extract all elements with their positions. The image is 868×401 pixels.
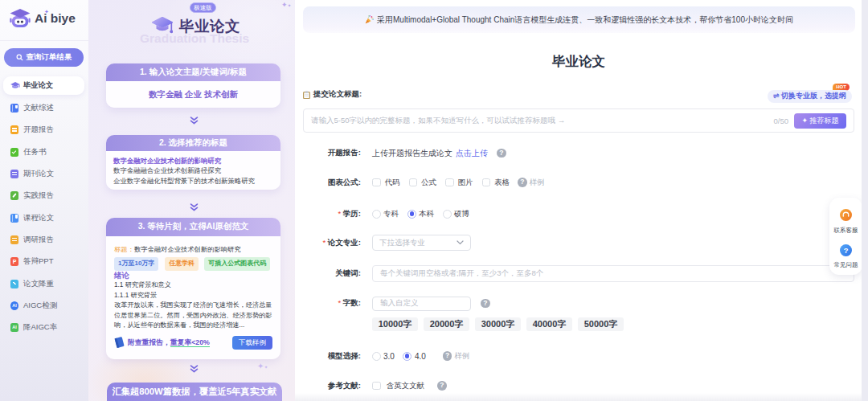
svg-text:?: ? xyxy=(844,247,849,255)
